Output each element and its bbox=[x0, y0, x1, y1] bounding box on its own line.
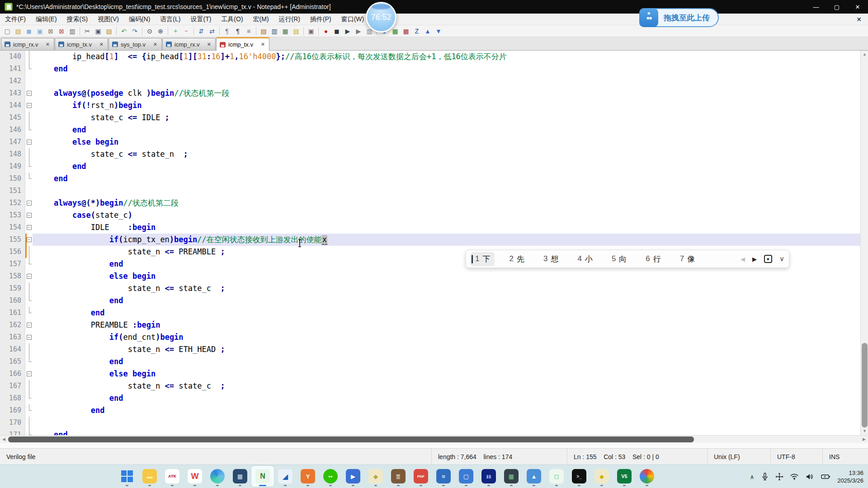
taskbar-app-media-player[interactable]: ▶ bbox=[342, 466, 364, 487]
taskbar-app-wireshark[interactable]: ◢ bbox=[274, 466, 297, 487]
find-icon[interactable]: ⊙ bbox=[144, 26, 155, 36]
taskbar-app-kicad[interactable]: ◆ bbox=[590, 466, 613, 487]
taskbar-app-archive-tool[interactable]: ≣ bbox=[387, 466, 410, 487]
menu-item[interactable]: 编辑(E) bbox=[31, 14, 62, 25]
status-eol-format[interactable]: Unix (LF) bbox=[708, 449, 771, 465]
tray-chevron-up-icon[interactable]: ∧ bbox=[750, 474, 755, 480]
code-text[interactable]: ip_head[1] <= {ip_head[1][31:16]+1,16'h4… bbox=[33, 51, 868, 63]
code-text[interactable] bbox=[33, 417, 868, 429]
code-text[interactable]: end bbox=[33, 307, 868, 319]
tab-close-icon[interactable]: ✕ bbox=[152, 41, 158, 48]
open-folder-icon[interactable]: ▤ bbox=[13, 26, 24, 36]
print-icon[interactable]: ▥ bbox=[67, 26, 78, 36]
code-text[interactable]: end bbox=[33, 429, 868, 435]
menu-item[interactable]: 工具(O) bbox=[216, 14, 248, 25]
code-text[interactable]: state_c <= IDLE ; bbox=[33, 112, 868, 124]
code-editor[interactable]: 140 ip_head[1] <= {ip_head[1][31:16]+1,1… bbox=[0, 51, 868, 435]
show-all-chars-icon[interactable]: ¶ bbox=[232, 26, 243, 36]
vertical-scroll-thumb[interactable] bbox=[862, 343, 868, 427]
taskbar-app-photos[interactable]: ▲ bbox=[523, 466, 545, 487]
taskbar-app-modelsim[interactable]: ▮▮ bbox=[477, 466, 500, 487]
taskbar-app-atk-xcom[interactable]: ATK bbox=[161, 466, 184, 487]
redo-icon[interactable]: ↷ bbox=[129, 26, 140, 36]
folder-workspace-icon[interactable]: ▤ bbox=[291, 26, 302, 36]
code-text[interactable]: if(end_cnt)begin bbox=[33, 331, 868, 343]
maximize-button[interactable]: ▢ bbox=[826, 0, 847, 14]
fold-collapse-icon[interactable]: – bbox=[25, 368, 33, 380]
fold-collapse-icon[interactable]: – bbox=[25, 197, 33, 209]
save-icon[interactable]: ◼ bbox=[24, 26, 34, 36]
taskbar-app-v5-player[interactable]: V5 bbox=[613, 466, 636, 487]
scroll-left-icon[interactable]: ◀ bbox=[0, 436, 8, 443]
macro-run-multi-icon[interactable]: ▶ bbox=[353, 26, 364, 36]
taskbar-app-terminal[interactable]: >_ bbox=[568, 466, 590, 487]
taskbar-app-wps-office[interactable]: W bbox=[184, 466, 206, 487]
tab-icmp_tx.v[interactable]: icmp_tx.v✕ bbox=[55, 38, 108, 50]
code-text[interactable]: always@(posedge clk )begin//状态机第一段 bbox=[33, 87, 868, 99]
tab-icmp_rx.v[interactable]: icmp_rx.v✕ bbox=[1, 38, 54, 50]
taskbar-app-flowchart-tool[interactable]: Y bbox=[297, 466, 319, 487]
ime-candidate[interactable]: 5向 bbox=[607, 252, 631, 266]
fold-collapse-icon[interactable]: – bbox=[25, 319, 33, 331]
code-text[interactable]: state_n <= state_c ; bbox=[33, 380, 868, 392]
code-text[interactable]: end bbox=[33, 392, 868, 404]
upload-drop-target[interactable]: 拖拽至此上传 bbox=[639, 8, 719, 27]
scroll-up-icon[interactable]: ▲ bbox=[861, 51, 868, 58]
menu-item[interactable]: 运行(R) bbox=[274, 14, 305, 25]
ime-candidate[interactable]: 1下 bbox=[471, 252, 495, 266]
doc-list-icon[interactable]: ▦ bbox=[280, 26, 291, 36]
volume-icon[interactable] bbox=[806, 473, 814, 480]
taskbar-app-pdf-reader[interactable]: PDF bbox=[410, 466, 432, 487]
sync-scroll-h-icon[interactable]: ⇄ bbox=[207, 26, 217, 36]
macro-record-icon[interactable]: ● bbox=[321, 26, 331, 36]
code-text[interactable]: state_c <= state_n ; bbox=[33, 148, 868, 160]
scroll-right-icon[interactable]: ▶ bbox=[860, 436, 868, 443]
undo-icon[interactable]: ↶ bbox=[118, 26, 129, 36]
code-text[interactable]: end bbox=[33, 404, 868, 417]
menu-item[interactable]: 视图(V) bbox=[93, 14, 124, 25]
code-text[interactable]: IDLE :begin bbox=[33, 221, 868, 234]
menu-item[interactable]: 插件(P) bbox=[305, 14, 336, 25]
fold-collapse-icon[interactable]: – bbox=[25, 270, 33, 282]
paste-icon[interactable]: ▤ bbox=[104, 26, 114, 36]
code-text[interactable]: else begin bbox=[33, 270, 868, 282]
code-text[interactable]: end bbox=[33, 160, 868, 173]
fold-collapse-icon[interactable]: – bbox=[25, 136, 33, 148]
fold-collapse-icon[interactable]: – bbox=[25, 209, 33, 221]
taskbar-app-notepad-plus-plus[interactable]: N bbox=[251, 466, 274, 487]
function-list-icon[interactable]: ▤ bbox=[258, 26, 269, 36]
code-text[interactable]: end bbox=[33, 63, 868, 75]
ime-candidate[interactable]: 3想 bbox=[539, 252, 563, 266]
move-down-icon[interactable]: ▼ bbox=[433, 26, 444, 36]
close-doc-icon[interactable]: ⊠ bbox=[45, 26, 56, 36]
code-text[interactable] bbox=[33, 75, 868, 87]
battery-icon[interactable] bbox=[821, 474, 830, 479]
close-all-docs-icon[interactable]: ⊠ bbox=[56, 26, 67, 36]
microphone-icon[interactable] bbox=[761, 473, 769, 481]
ime-candidate[interactable]: 2先 bbox=[505, 252, 528, 266]
code-text[interactable]: end bbox=[33, 173, 868, 185]
code-text[interactable]: state_n <= ETH_HEAD ; bbox=[33, 343, 868, 356]
doc-map-icon[interactable]: ▥ bbox=[269, 26, 280, 36]
code-text[interactable]: always@(*)begin//状态机第二段 bbox=[33, 197, 868, 209]
ime-candidate[interactable]: 7像 bbox=[675, 252, 699, 266]
ime-expand-icon[interactable]: ∨ bbox=[779, 255, 784, 263]
taskbar-app-remote-app[interactable]: ▢ bbox=[455, 466, 477, 487]
fold-collapse-icon[interactable]: – bbox=[25, 87, 33, 99]
copy-icon[interactable]: ▣ bbox=[93, 26, 104, 36]
code-text[interactable]: state_n <= state_c ; bbox=[33, 282, 868, 295]
ime-candidate[interactable]: 4小 bbox=[573, 252, 597, 266]
minimize-button[interactable]: — bbox=[806, 0, 826, 14]
taskbar-app-wechat[interactable]: ●● bbox=[319, 466, 342, 487]
status-insert-mode[interactable]: INS bbox=[823, 449, 868, 465]
code-text[interactable]: end bbox=[33, 356, 868, 368]
fold-collapse-icon[interactable]: – bbox=[25, 331, 33, 343]
tab-icmp_tx.v[interactable]: icmp_tx.v✕ bbox=[216, 37, 269, 51]
taskbar-app-browser-ring[interactable] bbox=[636, 466, 658, 487]
recording-timer-badge[interactable]: 76:52 bbox=[366, 2, 396, 33]
code-text[interactable]: end bbox=[33, 295, 868, 307]
horizontal-scrollbar[interactable]: ◀ ▶ bbox=[0, 435, 868, 443]
crosshair-icon[interactable] bbox=[776, 473, 783, 480]
close-button[interactable]: ✕ bbox=[847, 0, 868, 14]
ime-next-page-icon[interactable]: ▶ bbox=[752, 256, 757, 263]
